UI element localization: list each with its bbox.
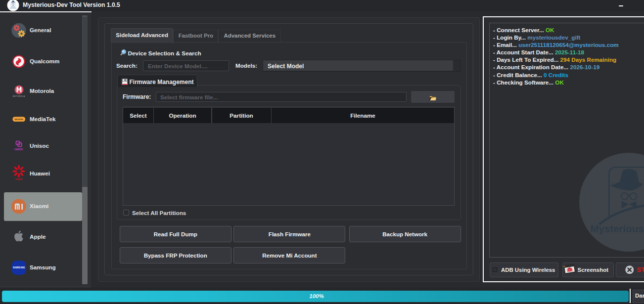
- svg-text:Mysterious-Dev: Mysterious-Dev: [591, 223, 644, 234]
